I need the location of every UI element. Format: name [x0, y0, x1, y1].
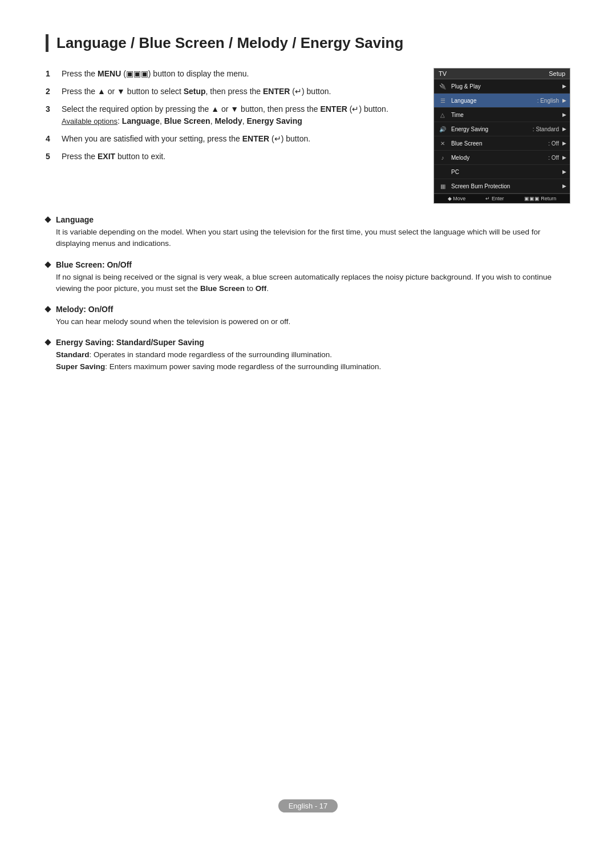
blue-screen-arrow: ▶: [562, 140, 566, 146]
step-content-4: When you are satisfied with your setting…: [62, 133, 420, 145]
enter-label-2: ENTER: [263, 87, 290, 96]
blue-screen-value: : Off: [548, 140, 559, 147]
pc-arrow: ▶: [562, 169, 566, 175]
steps-text: 1 Press the MENU (▣▣▣) button to display…: [46, 68, 420, 204]
energy-saving-section-body: Standard: Operates in standard mode rega…: [56, 349, 570, 373]
step-3: 3 Select the required option by pressing…: [46, 103, 420, 127]
language-value: : English: [537, 98, 559, 104]
melody-icon: ♪: [437, 152, 448, 163]
tv-menu-header: TV Setup: [434, 68, 570, 79]
step-2: 2 Press the ▲ or ▼ button to select Setu…: [46, 86, 420, 98]
tv-menu-row-time: △ Time ▶: [434, 108, 570, 122]
energy-arrow: ▶: [562, 126, 566, 132]
screen-burn-label: Screen Burn Protection: [451, 183, 559, 189]
melody-arrow: ▶: [562, 155, 566, 160]
screen-burn-arrow: ▶: [562, 183, 566, 189]
diamond-icon-language: [44, 217, 51, 223]
pc-icon: [437, 167, 448, 177]
melody-section-body: You can hear melody sound when the telev…: [56, 316, 570, 327]
step-1: 1 Press the MENU (▣▣▣) button to display…: [46, 68, 420, 80]
section-title-energy-saving: Energy Saving: Standard/Super Saving: [46, 338, 570, 347]
step-num-1: 1: [46, 68, 56, 80]
step-content-3: Select the required option by pressing t…: [62, 103, 420, 127]
time-icon: △: [437, 110, 448, 120]
setup-label: Setup: [184, 87, 206, 96]
pc-label: PC: [451, 169, 559, 175]
step-content-5: Press the EXIT button to exit.: [62, 151, 420, 163]
tv-menu-header-right: Setup: [549, 70, 565, 77]
step-num-3: 3: [46, 103, 56, 127]
steps-area: 1 Press the MENU (▣▣▣) button to display…: [46, 68, 570, 204]
tv-menu-row-language: ☰ Language : English ▶: [434, 94, 570, 108]
energy-saving-section-heading: Energy Saving: Standard/Super Saving: [56, 338, 204, 347]
enter-label-3: ENTER: [320, 104, 347, 114]
tv-menu-row-plug-play: 🔌 Plug & Play ▶: [434, 79, 570, 94]
tv-menu-row-melody: ♪ Melody : Off ▶: [434, 151, 570, 165]
plug-play-label: Plug & Play: [451, 83, 559, 90]
step-4: 4 When you are satisfied with your setti…: [46, 133, 420, 145]
energy-icon: 🔊: [437, 124, 448, 134]
step-content-2: Press the ▲ or ▼ button to select Setup,…: [62, 86, 420, 98]
step-num-5: 5: [46, 151, 56, 163]
language-arrow: ▶: [562, 98, 566, 103]
enter-label-4: ENTER: [242, 134, 269, 143]
diamond-icon-energy-saving: [44, 339, 51, 346]
page-title: Language / Blue Screen / Melody / Energy…: [46, 34, 570, 52]
section-title-melody: Melody: On/Off: [46, 305, 570, 314]
melody-label: Melody: [451, 155, 545, 161]
page-footer: English - 17: [0, 799, 616, 812]
footer-enter: ↵ Enter: [485, 196, 504, 201]
tv-menu-body: 🔌 Plug & Play ▶ ☰ Language : English ▶ △…: [434, 79, 570, 193]
step-num-4: 4: [46, 133, 56, 145]
step-content-1: Press the MENU (▣▣▣) button to display t…: [62, 68, 420, 80]
blue-screen-label: Blue Screen: [451, 140, 545, 147]
language-icon: ☰: [437, 95, 448, 106]
melody-section-heading: Melody: On/Off: [56, 305, 113, 314]
tv-menu-row-screen-burn: ▦ Screen Burn Protection ▶: [434, 179, 570, 193]
melody-value: : Off: [548, 155, 559, 161]
language-label: Language: [451, 98, 534, 104]
tv-menu: TV Setup 🔌 Plug & Play ▶ ☰ Language : En…: [433, 68, 570, 204]
screen-burn-icon: ▦: [437, 181, 448, 191]
section-language: Language It is variable depending on the…: [46, 215, 570, 250]
tv-menu-header-left: TV: [439, 70, 447, 77]
tv-menu-row-blue-screen: ✕ Blue Screen : Off ▶: [434, 136, 570, 151]
section-title-blue-screen: Blue Screen: On/Off: [46, 260, 570, 269]
diamond-icon-melody: [44, 306, 51, 313]
section-blue-screen: Blue Screen: On/Off If no signal is bein…: [46, 260, 570, 295]
section-melody: Melody: On/Off You can hear melody sound…: [46, 305, 570, 327]
energy-label: Energy Saving: [451, 126, 529, 132]
diamond-icon-blue-screen: [44, 261, 51, 268]
plug-play-arrow: ▶: [562, 83, 566, 89]
tv-menu-row-pc: PC ▶: [434, 165, 570, 179]
time-arrow: ▶: [562, 112, 566, 118]
footer-return: ▣▣▣ Return: [524, 196, 557, 201]
exit-label: EXIT: [98, 152, 115, 161]
footer-move: ◆ Move: [448, 196, 466, 201]
blue-screen-section-body: If no signal is being received or the si…: [56, 272, 570, 295]
section-title-language: Language: [46, 215, 570, 224]
options-list: Language: [122, 116, 160, 126]
language-section-body: It is variable depending on the model. W…: [56, 227, 570, 250]
blue-screen-icon: ✕: [437, 138, 448, 148]
menu-label: MENU: [98, 69, 121, 78]
plug-play-icon: 🔌: [437, 81, 448, 91]
blue-screen-section-heading: Blue Screen: On/Off: [56, 260, 132, 269]
step-5: 5 Press the EXIT button to exit.: [46, 151, 420, 163]
tv-menu-footer: ◆ Move ↵ Enter ▣▣▣ Return: [434, 193, 570, 203]
section-energy-saving: Energy Saving: Standard/Super Saving Sta…: [46, 338, 570, 373]
page-badge: English - 17: [278, 799, 338, 812]
step-num-2: 2: [46, 86, 56, 98]
language-section-heading: Language: [56, 215, 94, 224]
available-options: Available options: [62, 117, 117, 126]
tv-menu-row-energy: 🔊 Energy Saving : Standard ▶: [434, 122, 570, 136]
energy-value: : Standard: [533, 126, 559, 132]
time-label: Time: [451, 112, 559, 118]
